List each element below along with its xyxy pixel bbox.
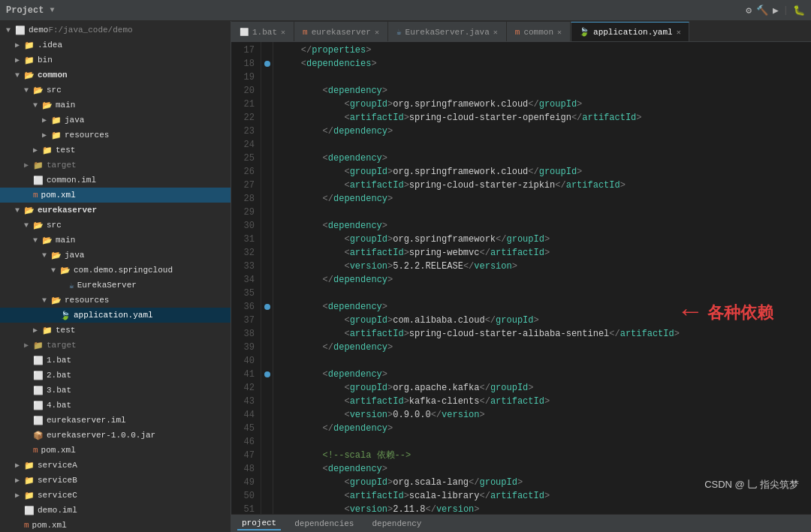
iml-icon: ⬜ bbox=[24, 506, 35, 515]
tree-item-demo-iml[interactable]: ▶ ⬜ demo.iml bbox=[0, 503, 231, 518]
tree-label: eurekaserver-1.0.0.jar bbox=[47, 431, 155, 440]
tree-item-bat3[interactable]: ▶ ⬜ 3.bat bbox=[0, 383, 231, 398]
dropdown-icon[interactable]: ▼ bbox=[50, 6, 54, 14]
tree-item-common-test[interactable]: ▶ 📁 test bbox=[0, 143, 231, 158]
tree-item-es-main[interactable]: ▼ 📂 main bbox=[0, 233, 231, 248]
tree-item-es-resources[interactable]: ▼ 📂 resources bbox=[0, 293, 231, 308]
tab-common[interactable]: m common ✕ bbox=[507, 22, 570, 41]
arrow-icon: ▼ bbox=[42, 296, 50, 305]
bottom-tab-dependency[interactable]: dependency bbox=[367, 518, 426, 530]
tree-label: main bbox=[56, 236, 75, 245]
folder-icon: 📁 bbox=[33, 341, 44, 350]
tree-item-demo[interactable]: ▼ ⬜ demo F:/java_code/demo bbox=[0, 23, 231, 38]
settings-icon[interactable]: ⚙ bbox=[746, 5, 752, 17]
tree-item-common[interactable]: ▼ 📂 common bbox=[0, 68, 231, 83]
tree-item-common-java[interactable]: ▶ 📁 java bbox=[0, 113, 231, 128]
tree-label: pom.xml bbox=[32, 521, 67, 530]
tree-item-common-iml[interactable]: ▶ ⬜ common.iml bbox=[0, 173, 231, 188]
code-line-23: </dependency> bbox=[279, 125, 805, 138]
tree-label: java bbox=[65, 116, 84, 125]
tab-bat[interactable]: ⬜ 1.bat ✕ bbox=[231, 22, 294, 41]
tab-close-java[interactable]: ✕ bbox=[493, 28, 498, 37]
tree-label: application.yaml bbox=[74, 311, 153, 320]
tree-item-es-src[interactable]: ▼ 📂 src bbox=[0, 218, 231, 233]
tab-application-yaml[interactable]: 🍃 application.yaml ✕ bbox=[571, 22, 689, 41]
tree-item-es-target[interactable]: ▶ 📁 target bbox=[0, 338, 231, 353]
code-line-40 bbox=[279, 354, 805, 368]
tree-label: EurekaServer bbox=[77, 281, 137, 290]
tree-label: serviceB bbox=[38, 476, 77, 485]
tree-item-common-target[interactable]: ▶ 📁 target bbox=[0, 158, 231, 173]
tab-eurekaserver[interactable]: m eurekaserver ✕ bbox=[294, 22, 387, 41]
code-line-44: <version>0.9.0.0</version> bbox=[279, 408, 805, 422]
arrow-icon: ▶ bbox=[42, 116, 50, 125]
code-line-33: <version>5.2.2.RELEASE</version> bbox=[279, 260, 805, 273]
tree-item-idea[interactable]: ▶ 📁 .idea bbox=[0, 38, 231, 53]
bottom-tab-dependencies[interactable]: dependencies bbox=[290, 518, 358, 530]
folder-icon: 📁 bbox=[42, 146, 53, 155]
run-icon[interactable]: ▶ bbox=[773, 5, 779, 17]
line-numbers: 17 18 19 20 21 22 23 24 25 26 27 28 29 3… bbox=[231, 42, 261, 514]
folder-open-icon: 📂 bbox=[33, 221, 44, 230]
tree-item-es-iml[interactable]: ▶ ⬜ eurekaserver.iml bbox=[0, 413, 231, 428]
code-line-30: <dependency> bbox=[279, 219, 805, 233]
sidebar-tree[interactable]: ▼ ⬜ demo F:/java_code/demo ▶ 📁 .idea ▶ 📁… bbox=[0, 21, 231, 532]
tree-label: eurekaserver.iml bbox=[47, 416, 126, 425]
arrow-icon: ▶ bbox=[24, 161, 32, 170]
tree-item-common-resources[interactable]: ▶ 📁 resources bbox=[0, 128, 231, 143]
tree-label: test bbox=[56, 326, 75, 335]
tree-item-es-springcloud[interactable]: ▼ 📂 com.demo.springcloud bbox=[0, 263, 231, 278]
tab-close-common[interactable]: ✕ bbox=[557, 28, 562, 37]
tree-item-serviceA[interactable]: ▶ 📁 serviceA bbox=[0, 458, 231, 473]
tree-label: common.iml bbox=[47, 176, 96, 185]
tab-eurekaserver-java[interactable]: ☕ EurekaServer.java ✕ bbox=[388, 22, 506, 41]
tree-label: resources bbox=[65, 131, 109, 140]
folder-open-icon: 📂 bbox=[51, 251, 62, 260]
code-line-17: </properties> bbox=[279, 44, 805, 57]
tree-item-pom-es[interactable]: ▶ m pom.xml bbox=[0, 443, 231, 458]
code-line-32: <artifactId>spring-webmvc</artifactId> bbox=[279, 246, 805, 260]
arrow-icon: ▶ bbox=[15, 56, 23, 65]
code-line-46 bbox=[279, 435, 805, 449]
folder-open-icon: 📂 bbox=[24, 71, 35, 80]
tree-item-common-main[interactable]: ▼ 📂 main bbox=[0, 98, 231, 113]
arrow-icon: ▼ bbox=[42, 251, 50, 260]
tree-item-bat2[interactable]: ▶ ⬜ 2.bat bbox=[0, 368, 231, 383]
tree-item-pom-common[interactable]: ▶ m pom.xml bbox=[0, 188, 231, 203]
debug-icon[interactable]: 🐛 bbox=[793, 5, 805, 17]
tab-close-yaml[interactable]: ✕ bbox=[677, 28, 681, 37]
folder-icon: 📁 bbox=[33, 161, 44, 170]
tree-item-es-java[interactable]: ▼ 📂 java bbox=[0, 248, 231, 263]
tree-label: src bbox=[47, 221, 62, 230]
bottom-tab-project[interactable]: project bbox=[237, 517, 281, 530]
build-icon[interactable]: 🔨 bbox=[756, 5, 768, 17]
tree-item-es-jar[interactable]: ▶ 📦 eurekaserver-1.0.0.jar bbox=[0, 428, 231, 443]
tree-label: 3.bat bbox=[47, 386, 71, 395]
code-line-43: <artifactId>kafka-clients</artifactId> bbox=[279, 395, 805, 408]
tree-item-bat4[interactable]: ▶ ⬜ 4.bat bbox=[0, 398, 231, 413]
folder-icon: 📁 bbox=[42, 326, 53, 335]
tree-item-eurekaserver[interactable]: ▼ 📂 eurekaserver bbox=[0, 203, 231, 218]
code-editor[interactable]: </properties> <dependencies> <dependency… bbox=[273, 42, 811, 514]
arrow-icon: ▼ bbox=[24, 86, 32, 95]
code-line-25: <dependency> bbox=[279, 152, 805, 165]
arrow-icon: ▼ bbox=[15, 71, 23, 80]
tree-item-es-test[interactable]: ▶ 📁 test bbox=[0, 323, 231, 338]
tree-item-serviceC[interactable]: ▶ 📁 serviceC bbox=[0, 488, 231, 503]
tree-item-pom-root[interactable]: ▶ m pom.xml bbox=[0, 518, 231, 532]
tree-item-es-yaml[interactable]: ▶ 🍃 application.yaml bbox=[0, 308, 231, 323]
iml-icon: ⬜ bbox=[33, 176, 44, 185]
tree-item-es-class[interactable]: ▶ ☕ EurekaServer bbox=[0, 278, 231, 293]
tree-item-serviceB[interactable]: ▶ 📁 serviceB bbox=[0, 473, 231, 488]
tree-item-bat1[interactable]: ▶ ⬜ 1.bat bbox=[0, 353, 231, 368]
arrow-icon: ▼ bbox=[15, 206, 23, 215]
tree-item-bin[interactable]: ▶ 📁 bin bbox=[0, 53, 231, 68]
tab-close-es[interactable]: ✕ bbox=[375, 28, 379, 37]
code-line-35 bbox=[279, 287, 805, 300]
tab-label: application.yaml bbox=[593, 28, 673, 37]
code-line-27: <artifactId>spring-cloud-starter-zipkin<… bbox=[279, 179, 805, 192]
code-line-38: <artifactId>spring-cloud-starter-alibaba… bbox=[279, 327, 805, 341]
tab-close-bat[interactable]: ✕ bbox=[281, 28, 285, 37]
tree-item-common-src[interactable]: ▼ 📂 src bbox=[0, 83, 231, 98]
tree-label: demo.iml bbox=[38, 506, 77, 515]
